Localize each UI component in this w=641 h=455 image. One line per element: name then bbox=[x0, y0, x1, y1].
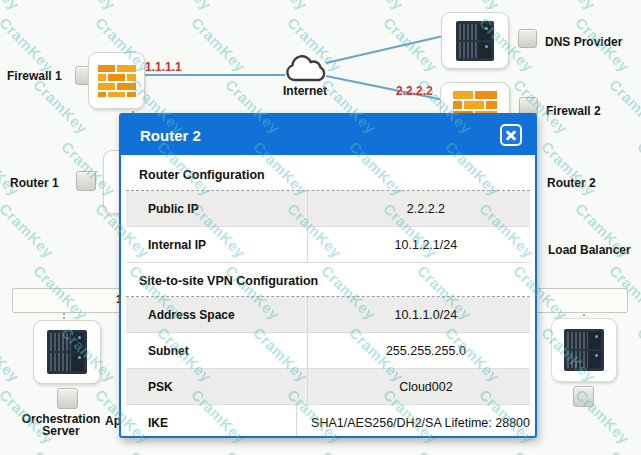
config-value: 2.2.2.2 bbox=[308, 191, 530, 226]
orchestration-device-box-icon bbox=[57, 388, 78, 409]
dns-provider-label: DNS Provider bbox=[545, 35, 622, 49]
watermark-text: CramKey bbox=[606, 76, 641, 137]
watermark-text: CramKey bbox=[0, 14, 57, 75]
firewall1-wan-ip: 1.1.1.1 bbox=[145, 60, 182, 74]
router1-device-box-icon bbox=[76, 171, 96, 191]
watermark-text: CramKey bbox=[0, 0, 23, 13]
network-diagram-screen: 10 Firewall 1 1.1.1.1 Internet DNS Provi… bbox=[0, 0, 641, 455]
config-value: 255.255.255.0 bbox=[308, 333, 530, 368]
link-firewall1-internet bbox=[142, 74, 285, 76]
watermark-text: CramKey bbox=[634, 324, 641, 385]
firewall-icon bbox=[98, 65, 136, 97]
watermark-text: CramKey bbox=[346, 0, 407, 13]
watermark-text: CramKey bbox=[414, 448, 475, 455]
config-label: Public IP bbox=[126, 191, 308, 226]
config-label: Subnet bbox=[126, 333, 308, 368]
dns-device-box-icon bbox=[518, 29, 537, 48]
watermark-text: CramKey bbox=[606, 448, 641, 455]
watermark-text: CramKey bbox=[30, 448, 91, 455]
close-icon[interactable] bbox=[500, 124, 522, 146]
modal-sections: Router ConfigurationPublic IP2.2.2.2Inte… bbox=[121, 155, 535, 436]
firewall1-label: Firewall 1 bbox=[7, 69, 62, 83]
server-icon bbox=[456, 21, 494, 61]
watermark-text: CramKey bbox=[538, 0, 599, 13]
watermark-text: CramKey bbox=[250, 0, 311, 13]
config-row: Public IP2.2.2.2 bbox=[126, 191, 530, 227]
config-label: IKE bbox=[126, 405, 297, 436]
config-value: 10.1.2.1/24 bbox=[308, 227, 530, 262]
watermark-text: CramKey bbox=[380, 14, 441, 75]
config-value: 10.1.1.0/24 bbox=[308, 297, 530, 332]
config-label: Internal IP bbox=[126, 227, 308, 262]
watermark-text: CramKey bbox=[510, 448, 571, 455]
watermark-text: CramKey bbox=[188, 14, 249, 75]
watermark-text: CramKey bbox=[126, 448, 187, 455]
watermark-text: CramKey bbox=[634, 138, 641, 199]
config-label: Address Space bbox=[126, 297, 308, 332]
watermark-text: CramKey bbox=[222, 448, 283, 455]
dns-node[interactable] bbox=[441, 12, 509, 69]
internet-node[interactable] bbox=[282, 49, 330, 84]
internet-label: Internet bbox=[283, 84, 327, 98]
config-row: Internal IP10.1.2.1/24 bbox=[126, 227, 530, 263]
config-row: Address Space10.1.1.0/24 bbox=[126, 297, 530, 333]
router1-label: Router 1 bbox=[10, 176, 59, 190]
config-row: Subnet255.255.255.0 bbox=[126, 333, 530, 369]
firewall1-node[interactable] bbox=[88, 52, 145, 109]
link-internet-dns bbox=[326, 35, 441, 63]
watermark-text: CramKey bbox=[318, 448, 379, 455]
section-title: Site-to-site VPN Configuration bbox=[126, 263, 530, 297]
right-server-node[interactable] bbox=[551, 318, 617, 382]
router2-label: Router 2 bbox=[547, 176, 596, 190]
config-row: IKESHA1/AES256/DH2/SA Lifetime: 28800 bbox=[126, 405, 530, 436]
firewall2-wan-ip: 2.2.2.2 bbox=[396, 84, 433, 98]
right-server-device-box-icon bbox=[573, 386, 594, 407]
server-icon bbox=[564, 329, 604, 371]
watermark-text: CramKey bbox=[0, 200, 57, 261]
watermark-text: CramKey bbox=[58, 0, 119, 13]
firewall2-label: Firewall 2 bbox=[546, 104, 601, 118]
load-balancer-label: Load Balancer bbox=[548, 243, 631, 257]
config-label: PSK bbox=[126, 369, 308, 404]
watermark-text: CramKey bbox=[154, 0, 215, 13]
app-server-partial-label: Ap bbox=[105, 414, 119, 428]
orchestration-node[interactable] bbox=[33, 320, 101, 384]
watermark-text: CramKey bbox=[0, 324, 23, 385]
router2-config-modal: Router 2 Router ConfigurationPublic IP2.… bbox=[119, 113, 537, 438]
cloud-icon bbox=[282, 49, 330, 84]
server-icon bbox=[47, 330, 87, 374]
orchestration-label: Orchestration Server bbox=[19, 413, 103, 437]
watermark-text: CramKey bbox=[30, 76, 91, 137]
modal-title: Router 2 bbox=[140, 127, 201, 144]
section-title: Router Configuration bbox=[126, 157, 530, 191]
config-value: SHA1/AES256/DH2/SA Lifetime: 28800 bbox=[297, 405, 530, 436]
modal-header: Router 2 bbox=[121, 115, 535, 155]
watermark-text: CramKey bbox=[634, 0, 641, 13]
config-row: PSKCloud002 bbox=[126, 369, 530, 405]
config-value: Cloud002 bbox=[308, 369, 530, 404]
